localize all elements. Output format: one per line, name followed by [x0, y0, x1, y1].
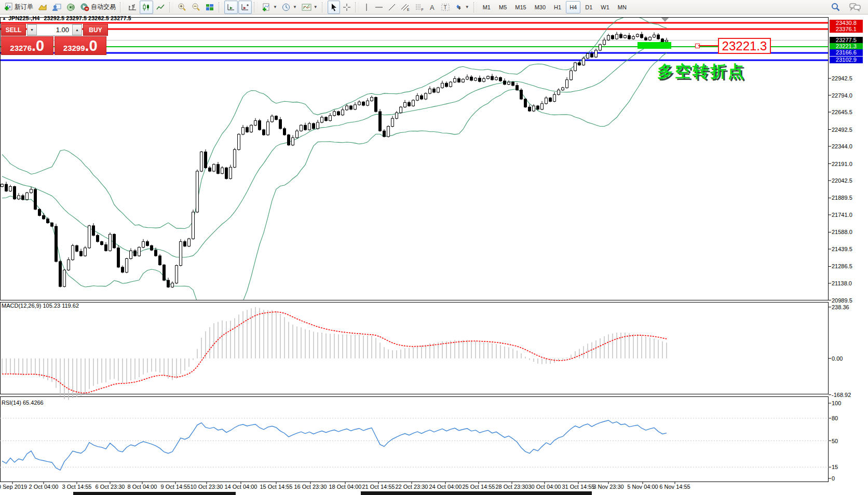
- time-label: 25 Oct 14:55: [463, 484, 495, 490]
- periods-button[interactable]: ▼: [280, 1, 299, 14]
- rsi-tick: 15: [832, 464, 838, 470]
- timeframe-M15[interactable]: M15: [511, 1, 530, 13]
- macd-tick: -168.92: [832, 392, 851, 398]
- text-icon: A: [429, 3, 436, 11]
- volume-down-button[interactable]: ▼: [27, 24, 37, 35]
- chart-shift-icon: [240, 3, 250, 11]
- sell-price-dec: .0: [32, 38, 44, 53]
- price-level-badge: 23102.9: [830, 57, 863, 63]
- timeframe-H1[interactable]: H1: [550, 1, 565, 13]
- autotrade-button[interactable]: 自动交易: [78, 1, 118, 14]
- cursor-button[interactable]: [328, 1, 340, 14]
- crosshair-button[interactable]: [341, 1, 353, 14]
- dropdown-caret: ▼: [273, 5, 277, 9]
- timeframe-W1[interactable]: W1: [597, 1, 613, 13]
- timeframe-M5[interactable]: M5: [495, 1, 510, 13]
- toolbar-separator: [169, 2, 173, 12]
- chat-button[interactable]: [847, 1, 863, 14]
- market-watch-button[interactable]: [50, 1, 63, 14]
- time-label: 0 Sep 2019: [0, 484, 27, 490]
- bar-chart-button[interactable]: [126, 1, 139, 14]
- tile-windows-icon: [205, 3, 214, 11]
- new-order-button[interactable]: 新订单: [2, 1, 35, 14]
- price-tick: 21439.5: [832, 246, 852, 252]
- price-tick: 22492.5: [832, 127, 852, 133]
- vertical-line-icon: [363, 3, 370, 11]
- rsi-label: RSI(14) 65.4266: [2, 400, 44, 406]
- sell-button[interactable]: SELL: [1, 24, 26, 36]
- price-tick: 21588.0: [832, 229, 852, 235]
- price-callout[interactable]: 23221.3: [718, 38, 771, 54]
- timeframe-M1[interactable]: M1: [479, 1, 494, 13]
- bar-chart-icon: [128, 3, 137, 11]
- line-chart-button[interactable]: [154, 1, 167, 14]
- toolbar-separator: [473, 2, 477, 12]
- macd-tick: 0.00: [832, 355, 843, 362]
- search-icon: [831, 3, 840, 11]
- candlestick-chart-button[interactable]: [140, 1, 153, 14]
- timeframe-MN[interactable]: MN: [614, 1, 630, 13]
- horizontal-line-icon: [375, 3, 383, 11]
- price-level-badge: 23277.5: [830, 37, 863, 44]
- channel-button[interactable]: E: [399, 1, 412, 14]
- bottom-edge-segment: [361, 491, 592, 495]
- template-icon: [302, 3, 311, 11]
- rsi-tick: 80: [832, 415, 838, 421]
- channel-icon: E: [401, 3, 410, 11]
- zoom-in-button[interactable]: [175, 1, 188, 14]
- time-label: 15 Oct 14:55: [260, 484, 293, 490]
- trendline-button[interactable]: [386, 1, 398, 14]
- toolbar-separator: [322, 2, 326, 12]
- indicators-icon: [262, 3, 271, 11]
- search-button[interactable]: [829, 1, 842, 14]
- zoom-out-icon: [191, 3, 200, 11]
- price-tick: 22794.0: [832, 92, 852, 99]
- buy-button[interactable]: BUY: [83, 24, 108, 36]
- time-label: 24 Oct 04:00: [429, 484, 462, 490]
- indicators-button[interactable]: ▼: [260, 1, 279, 14]
- svg-text:E: E: [407, 8, 410, 11]
- profiles-button[interactable]: [36, 1, 49, 14]
- vertical-line-button[interactable]: [361, 1, 372, 14]
- one-click-trading-panel: SELL ▼ ▲ BUY 23276.0 23299.0: [1, 24, 106, 55]
- candlesticks: [1, 32, 668, 288]
- volume-input[interactable]: [37, 24, 72, 35]
- sell-price[interactable]: 23276.0: [1, 36, 53, 55]
- chinese-annotation[interactable]: 多空转折点: [657, 61, 745, 82]
- time-label: 3 Oct 14:55: [62, 484, 92, 490]
- price-tick: 22942.5: [832, 75, 852, 81]
- label-button[interactable]: T: [439, 1, 452, 14]
- toolbar-separator: [219, 2, 222, 12]
- volume-up-button[interactable]: ▲: [72, 24, 82, 35]
- dropdown-caret: ▼: [293, 5, 297, 9]
- fibonacci-button[interactable]: F: [413, 1, 426, 14]
- green-rectangle-object[interactable]: [638, 42, 671, 49]
- price-tick: 22191.0: [832, 161, 852, 167]
- arrows-button[interactable]: ▼: [453, 1, 471, 14]
- timeframe-M30[interactable]: M30: [531, 1, 549, 13]
- chart-title: ▲JPN225-,H423292.5 23297.5 23262.5 23277…: [2, 15, 131, 21]
- auto-scroll-button[interactable]: [224, 1, 238, 14]
- tile-windows-button[interactable]: [203, 1, 216, 14]
- zoom-out-button[interactable]: [189, 1, 202, 14]
- macd-histogram: [2, 307, 667, 400]
- text-button[interactable]: A: [427, 1, 438, 14]
- svg-text:A: A: [430, 4, 435, 11]
- buy-price[interactable]: 23299.0: [55, 36, 107, 55]
- horizontal-line-button[interactable]: [373, 1, 385, 14]
- new-order-label: 新订单: [15, 3, 33, 11]
- time-label: 5 Nov 04:00: [627, 484, 658, 490]
- template-button[interactable]: ▼: [300, 1, 320, 14]
- timeframe-D1[interactable]: D1: [581, 1, 596, 13]
- signal-icon: [66, 3, 75, 11]
- signal-button[interactable]: [64, 1, 77, 14]
- expand-icon[interactable]: ▲: [2, 16, 6, 21]
- gray-arrow-object[interactable]: [659, 16, 671, 22]
- chart-shift-button[interactable]: [238, 1, 252, 14]
- timeframe-H4[interactable]: H4: [566, 1, 580, 13]
- market-watch-icon: [52, 3, 61, 11]
- time-label: 30 Oct 04:00: [528, 484, 561, 490]
- chat-icon: [849, 3, 861, 11]
- price-tick: 22042.5: [832, 177, 852, 184]
- rsi-tick: 100: [832, 400, 841, 406]
